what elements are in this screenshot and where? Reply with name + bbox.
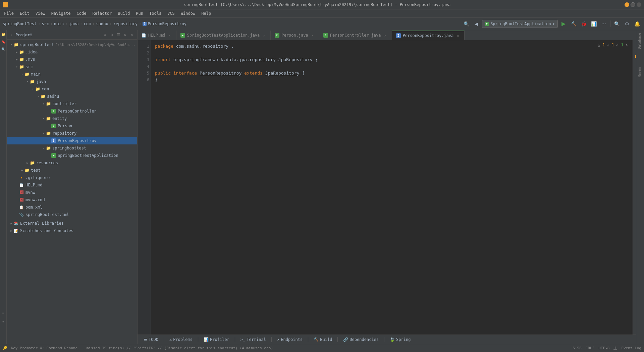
run-button[interactable]: ▶ [559, 19, 568, 28]
event-log-button[interactable]: Event Log [621, 346, 641, 350]
structure-icon[interactable]: ≡ [1, 310, 6, 316]
breadcrumb-java[interactable]: java [69, 21, 78, 26]
status-charset[interactable]: UTF-8 [598, 346, 609, 350]
breadcrumb-src[interactable]: src [42, 21, 49, 26]
breadcrumb-sadhu[interactable]: sadhu [96, 21, 108, 26]
maven-panel-button[interactable]: Maven [637, 66, 644, 79]
project-icon[interactable]: 📁 [1, 32, 6, 37]
tab-person-repositroy[interactable]: I PersonRepositroy.java ✕ [392, 31, 465, 40]
tree-item-java[interactable]: ▾ 📁 java [7, 78, 137, 85]
tree-item-pom[interactable]: 📋 pom.xml [7, 204, 137, 211]
package-path: com.sadhu.repository [176, 44, 229, 49]
menu-file[interactable]: File [1, 10, 16, 16]
tree-item-scratches[interactable]: ▶ 📝 Scratches and Consoles [7, 227, 137, 234]
breadcrumb-com[interactable]: com [84, 21, 91, 26]
run-config-icon: ▶ [485, 22, 489, 26]
project-close-icon[interactable]: ✕ [129, 32, 135, 38]
status-layout[interactable]: 主 [613, 346, 617, 351]
code-editor[interactable]: △ 1 ⚠ 1 ✓ 1 ∧ package com.sadhu.reposito… [151, 40, 632, 335]
tree-item-mvn[interactable]: ▶ 📁 .mvn [7, 56, 137, 63]
maximize-button[interactable] [631, 2, 635, 7]
menu-window[interactable]: Window [178, 10, 198, 16]
menu-help[interactable]: Help [199, 10, 214, 16]
minimize-button[interactable] [625, 2, 629, 7]
tree-item-test[interactable]: ▶ 📁 test [7, 167, 137, 174]
run-config-selector[interactable]: ▶ SpringBootTestApplication ▾ [482, 20, 558, 28]
menu-build[interactable]: Build [115, 10, 132, 16]
tab-spring-app-close[interactable]: ✕ [262, 33, 266, 38]
project-options-icon[interactable]: ☰ [116, 32, 121, 38]
tab-person-close[interactable]: ✕ [310, 33, 315, 38]
breadcrumb-repository[interactable]: repository [113, 21, 138, 26]
profiler-button[interactable]: 📊 Profiler [200, 337, 233, 343]
tree-item-iml[interactable]: 📎 springBootTest.iml [7, 211, 137, 218]
tree-item-main[interactable]: ▾ 📁 main [7, 71, 137, 78]
breadcrumb-main[interactable]: main [54, 21, 64, 26]
tree-item-sadhu[interactable]: ▾ 📁 sadhu [7, 93, 137, 100]
scratches-arrow: ▶ [9, 229, 13, 233]
tab-help-md-close[interactable]: ✕ [167, 33, 172, 38]
close-button[interactable] [637, 2, 641, 7]
locate-icon[interactable]: ⊕ [102, 32, 108, 38]
dependencies-button[interactable]: 🔗 Dependencies [340, 337, 382, 343]
tab-person[interactable]: C Person.java ✕ [271, 31, 319, 40]
terminal-button[interactable]: >_ Terminal [237, 337, 269, 343]
tree-item-spring-app[interactable]: ▶ SpringBootTestApplication [7, 152, 137, 159]
updates-button[interactable]: 🔔 [633, 19, 641, 28]
project-settings-icon[interactable]: ⚙ [122, 32, 128, 38]
todo-button[interactable]: ☰ TODO [140, 337, 162, 343]
problems-button[interactable]: ⚠ Problems [166, 337, 196, 343]
tree-item-springboottest-folder[interactable]: ▾ 📁 springboottest [7, 144, 137, 152]
tree-item-person-repositroy[interactable]: I PersonRepositroy [7, 137, 137, 144]
tree-item-idea[interactable]: ▶ 📁 .idea [7, 48, 137, 56]
menu-edit[interactable]: Edit [17, 10, 32, 16]
tree-item-mvnw-cmd[interactable]: 🅼 mvnw.cmd [7, 196, 137, 204]
tab-person-controller[interactable]: C PersonController.java ✕ [319, 31, 392, 40]
tree-item-external-libs[interactable]: ▶ 📚 External Libraries [7, 220, 137, 227]
tab-person-repositroy-close[interactable]: ✕ [455, 33, 460, 38]
breadcrumb-project[interactable]: springBootTest [3, 21, 37, 26]
favorites-icon[interactable]: ★ [1, 318, 6, 324]
coverage-button[interactable]: 📊 [589, 19, 598, 28]
tree-item-com[interactable]: ▾ 📁 com [7, 85, 137, 93]
tree-item-resources[interactable]: ▶ 📁 resources [7, 159, 137, 167]
tree-item-help-md[interactable]: 📄 HELP.md [7, 181, 137, 189]
tree-item-gitignore[interactable]: 🔸 .gitignore [7, 174, 137, 181]
search-button[interactable]: 🔍 [612, 19, 621, 28]
menu-navigate[interactable]: Navigate [49, 10, 73, 16]
search-everywhere-button[interactable]: 🔍 [462, 19, 471, 28]
tree-item-person[interactable]: C Person [7, 122, 137, 130]
tree-item-src[interactable]: ▾ 📁 src [7, 63, 137, 71]
menu-vcs[interactable]: VCS [165, 10, 177, 16]
build-tool-button[interactable]: 🔨 Build [310, 337, 335, 343]
editor-scrollbar[interactable] [632, 40, 636, 335]
menu-code[interactable]: Code [74, 10, 89, 16]
settings-button[interactable]: ⚙ [623, 19, 631, 28]
database-panel-button[interactable]: Database [637, 32, 644, 50]
indicator-expand[interactable]: ∧ [626, 42, 628, 48]
find-icon[interactable]: 🔍 [1, 46, 6, 52]
tree-item-root[interactable]: ▾ 📁 springBootTest C:\Users\13288\Deskto… [7, 41, 137, 48]
endpoints-button[interactable]: ↗ Endpoints [274, 337, 306, 343]
menu-refactor[interactable]: Refactor [90, 10, 114, 16]
menu-tools[interactable]: Tools [147, 10, 164, 16]
collapse-all-icon[interactable]: ⊟ [109, 32, 114, 38]
tab-person-controller-close[interactable]: ✕ [383, 33, 388, 38]
bookmark-icon[interactable]: 🔖 [1, 39, 6, 44]
debug-button[interactable]: 🐞 [579, 19, 588, 28]
menu-view[interactable]: View [33, 10, 48, 16]
tree-item-repository-folder[interactable]: ▾ 📁 repository [7, 130, 137, 137]
tree-item-person-controller[interactable]: C PersonController [7, 107, 137, 115]
build-button[interactable]: 🔨 [569, 19, 578, 28]
tree-item-controller-folder[interactable]: ▾ 📁 controller [7, 100, 137, 107]
status-encoding[interactable]: CRLF [586, 346, 595, 350]
tree-item-entity-folder[interactable]: ▾ 📁 entity [7, 115, 137, 122]
tree-item-mvnw[interactable]: 🅼 mvnw [7, 189, 137, 196]
back-button[interactable]: ◀ [472, 19, 481, 28]
project-collapse-icon[interactable]: ▾ [9, 33, 13, 37]
more-run-button[interactable]: ⋯ [599, 19, 608, 28]
spring-button[interactable]: 🍃 Spring [386, 337, 414, 343]
tab-help-md[interactable]: 📄 HELP.md ✕ [138, 31, 176, 40]
tab-spring-app[interactable]: ▶ SpringBootTestApplication.java ✕ [176, 31, 271, 40]
menu-run[interactable]: Run [133, 10, 146, 16]
